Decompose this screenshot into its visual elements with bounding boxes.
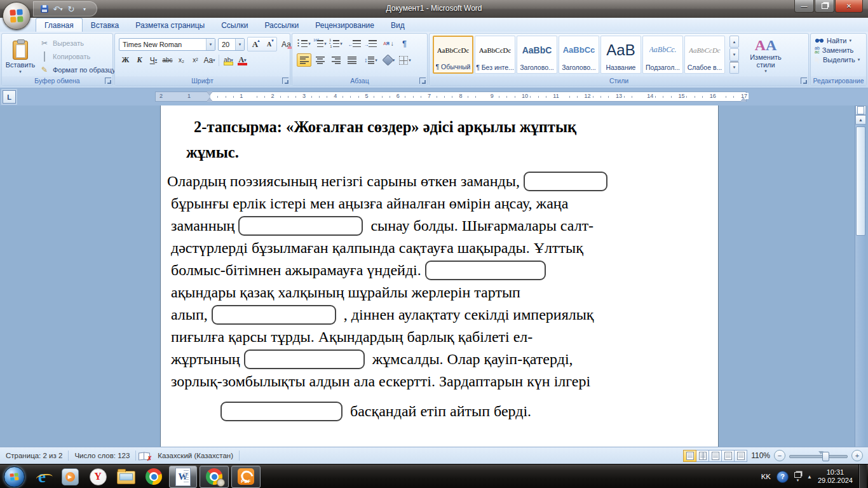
borders-button[interactable]: ▾ bbox=[398, 53, 412, 67]
zoom-in-button[interactable]: + bbox=[851, 450, 863, 461]
draft-view-button[interactable] bbox=[734, 450, 747, 462]
tab-stop-selector[interactable]: L bbox=[3, 90, 16, 104]
text-highlight-button[interactable]: ab▾ bbox=[222, 53, 235, 67]
paste-button[interactable]: Вставить ▾ bbox=[5, 36, 36, 79]
select-button[interactable]: Выделить ▾ bbox=[815, 56, 860, 64]
ruler-toggle-button[interactable] bbox=[855, 105, 866, 115]
zoom-slider[interactable] bbox=[789, 451, 848, 461]
left-indent-marker[interactable] bbox=[207, 95, 213, 102]
tray-help-icon[interactable]: ? bbox=[776, 471, 789, 483]
clear-formatting-button[interactable]: Аа bbox=[280, 37, 293, 51]
redo-button[interactable]: ↻ bbox=[65, 3, 77, 15]
ribbon-tab[interactable]: Разметка страницы bbox=[127, 18, 213, 32]
underline-button[interactable]: Ч▾ bbox=[147, 53, 160, 67]
style-chip[interactable]: AaBbCc.Подзагол... bbox=[642, 36, 683, 74]
font-dialog-launcher[interactable] bbox=[282, 78, 288, 84]
undo-button[interactable]: ↶▾ bbox=[52, 3, 64, 15]
copy-button[interactable]: Копировать bbox=[37, 50, 118, 62]
shrink-font-button[interactable]: А▼ bbox=[262, 37, 276, 51]
word-count[interactable]: Число слов: 123 bbox=[69, 452, 135, 459]
align-right-button[interactable] bbox=[329, 53, 343, 67]
customize-qat-button[interactable]: ▾ bbox=[79, 3, 90, 15]
blank-answer-box[interactable] bbox=[220, 402, 342, 421]
page-indicator[interactable]: Страница: 2 из 2 bbox=[0, 452, 68, 459]
tray-window-icon[interactable]: ▾ bbox=[794, 472, 801, 482]
gallery-down-button[interactable]: ▼ bbox=[729, 48, 739, 60]
save-button[interactable] bbox=[39, 3, 50, 15]
subscript-button[interactable]: x₂ bbox=[175, 53, 188, 67]
outline-view-button[interactable] bbox=[721, 450, 735, 462]
ribbon-tab[interactable]: Вид bbox=[383, 18, 413, 32]
ribbon-tab[interactable]: Рецензирование bbox=[307, 18, 383, 32]
zoom-level[interactable]: 110% bbox=[751, 451, 770, 460]
style-chip[interactable]: AaBbCcЗаголово... bbox=[559, 36, 599, 74]
ribbon-tab[interactable]: Ссылки bbox=[213, 18, 256, 32]
cut-button[interactable]: ✂ Вырезать bbox=[37, 37, 118, 49]
style-chip[interactable]: AaBНазвание bbox=[600, 36, 641, 74]
chevron-down-icon[interactable]: ▾ bbox=[213, 58, 215, 62]
taskbar-chrome[interactable] bbox=[140, 464, 168, 488]
undo-dropdown[interactable]: ▾ bbox=[60, 6, 62, 12]
bold-button[interactable]: Ж bbox=[119, 53, 132, 67]
paragraph-dialog-launcher[interactable] bbox=[419, 78, 426, 84]
taskbar-word-active[interactable]: W bbox=[169, 466, 197, 488]
decrease-indent-button[interactable] bbox=[347, 37, 362, 50]
restore-button[interactable] bbox=[815, 0, 834, 13]
clipboard-dialog-launcher[interactable] bbox=[105, 78, 111, 84]
show-hidden-icons-button[interactable]: ▲ bbox=[807, 474, 812, 480]
blank-answer-box[interactable] bbox=[212, 305, 336, 325]
chevron-down-icon[interactable]: ▾ bbox=[206, 39, 215, 50]
taskbar-chrome-secondary[interactable] bbox=[200, 466, 229, 488]
reading-view-button[interactable] bbox=[696, 450, 709, 462]
strikethrough-button[interactable]: abc bbox=[161, 53, 174, 67]
ribbon-tab[interactable]: Главная bbox=[36, 18, 83, 32]
font-size-combo[interactable]: 20 ▾ bbox=[218, 38, 245, 51]
change-case-button[interactable]: Aa▾ bbox=[203, 53, 216, 67]
find-button[interactable]: Найти ▾ bbox=[815, 37, 860, 44]
start-button[interactable] bbox=[0, 464, 28, 488]
document-page[interactable]: 2-тапсырма: «Жоғалған сөздер» әдісі арқы… bbox=[160, 105, 719, 447]
sort-button[interactable]: АЯ↓ bbox=[381, 37, 396, 50]
align-center-button[interactable] bbox=[313, 53, 327, 67]
gallery-up-button[interactable]: ▲ bbox=[729, 36, 739, 48]
blank-answer-box[interactable] bbox=[244, 349, 365, 369]
font-color-button[interactable]: А▾ bbox=[236, 53, 249, 67]
proofing-errors-icon[interactable]: ✗ bbox=[139, 452, 149, 460]
chevron-down-icon[interactable]: ▾ bbox=[244, 58, 247, 62]
blank-answer-box[interactable] bbox=[238, 216, 363, 236]
chevron-down-icon[interactable]: ▾ bbox=[235, 39, 244, 50]
right-indent-marker[interactable] bbox=[740, 95, 747, 102]
language-indicator[interactable]: Казахский (Казахстан) bbox=[152, 452, 239, 459]
italic-button[interactable]: К bbox=[133, 53, 146, 67]
font-name-combo[interactable]: Times New Roman ▾ bbox=[119, 38, 215, 51]
style-chip[interactable]: AaBbCЗаголово... bbox=[517, 36, 557, 74]
zoom-slider-handle[interactable] bbox=[822, 452, 829, 461]
numbering-button[interactable]: ▾ bbox=[313, 37, 327, 50]
align-left-button[interactable] bbox=[297, 53, 311, 67]
multilevel-list-button[interactable]: ▾ bbox=[329, 37, 343, 50]
show-desktop-button[interactable] bbox=[858, 464, 867, 488]
grow-font-button[interactable]: А▲ bbox=[248, 37, 262, 51]
paste-dropdown-icon[interactable]: ▾ bbox=[19, 70, 22, 74]
show-marks-button[interactable]: ¶ bbox=[397, 37, 412, 50]
superscript-button[interactable]: x² bbox=[189, 53, 202, 67]
zoom-out-button[interactable]: − bbox=[774, 450, 785, 461]
tray-language-indicator[interactable]: KK bbox=[761, 473, 771, 480]
style-chip[interactable]: AaBbCcDcСлабое в... bbox=[684, 36, 725, 74]
taskbar-foxit-pdf[interactable]: PDF bbox=[231, 466, 261, 488]
chevron-down-icon[interactable]: ▾ bbox=[155, 58, 158, 62]
line-spacing-button[interactable]: ↕▾ bbox=[363, 53, 378, 67]
increase-indent-button[interactable] bbox=[363, 37, 377, 50]
tray-clock[interactable]: 10:31 29.02.2024 bbox=[818, 468, 853, 485]
style-chip[interactable]: AaBbCcDc¶ Обычный bbox=[433, 36, 473, 74]
bullets-button[interactable]: ▾ bbox=[297, 37, 311, 50]
office-button[interactable] bbox=[3, 2, 31, 30]
print-layout-view-button[interactable] bbox=[683, 450, 696, 462]
taskbar-media-player[interactable]: ▶ bbox=[56, 464, 84, 488]
scroll-up-button[interactable]: ▲ bbox=[855, 115, 866, 125]
minimize-button[interactable]: — bbox=[794, 0, 814, 13]
styles-dialog-launcher[interactable] bbox=[801, 78, 807, 84]
justify-button[interactable] bbox=[344, 53, 359, 67]
change-styles-button[interactable]: АА Изменить стили ▾ bbox=[743, 36, 788, 75]
taskbar-internet-explorer[interactable]: e bbox=[28, 464, 56, 488]
